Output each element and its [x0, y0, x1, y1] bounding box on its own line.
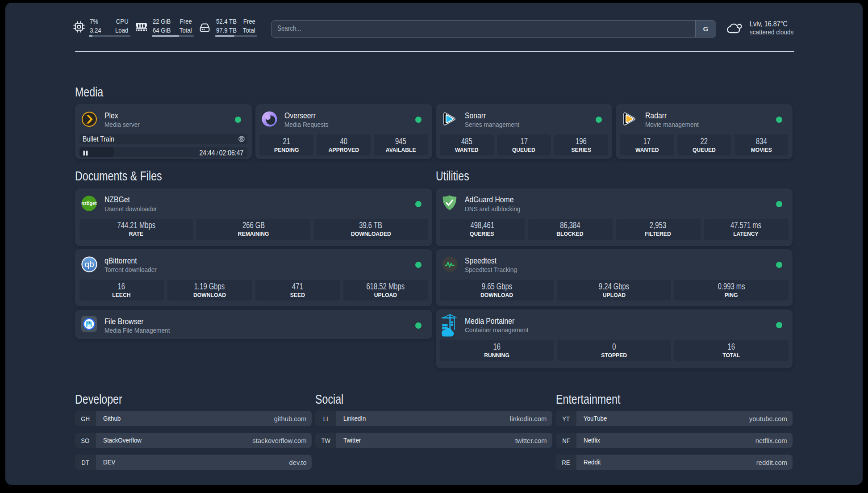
- svg-text:nzbget: nzbget: [81, 201, 97, 206]
- svg-text:qb: qb: [84, 259, 94, 269]
